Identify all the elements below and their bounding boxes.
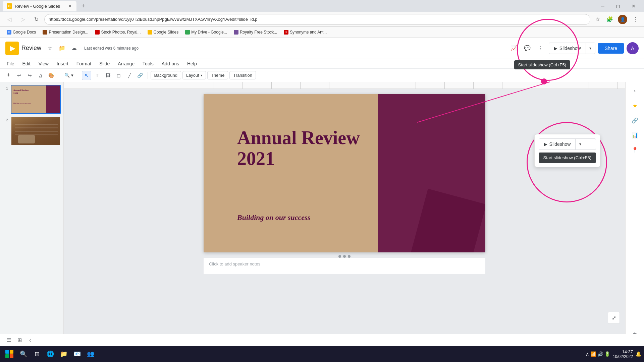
bookmark-star-button[interactable]: ☆ — [593, 15, 602, 24]
start-button[interactable] — [3, 347, 16, 361]
bookmark-synonyms[interactable]: S Synonyms and Ant... — [281, 29, 329, 35]
notification-icon[interactable]: 🔔 — [636, 351, 641, 357]
menu-format[interactable]: Format — [72, 59, 95, 68]
star-button[interactable]: ☆ — [45, 44, 55, 53]
expand-button[interactable]: ⤢ — [608, 312, 620, 324]
menu-insert[interactable]: Insert — [53, 59, 72, 68]
reload-button[interactable]: ↻ — [31, 14, 42, 25]
grid-view-button[interactable]: ⊞ — [15, 336, 24, 345]
clock-display[interactable]: 14:37 10/02/2022 — [613, 349, 633, 359]
menu-help[interactable]: Help — [183, 59, 201, 68]
filmstrip-view-button[interactable]: ☰ — [4, 336, 13, 345]
new-tab-button[interactable]: + — [78, 1, 89, 11]
cursor-tool[interactable]: ↖ — [82, 71, 91, 80]
back-button[interactable]: ◁ — [4, 14, 15, 25]
text-tool[interactable]: T — [93, 71, 102, 80]
undo-button[interactable]: ↩ — [14, 71, 24, 80]
redo-button[interactable]: ↪ — [25, 71, 35, 80]
slide-title-text[interactable]: Annual Review 2021 — [237, 128, 360, 169]
share-button[interactable]: Share — [598, 43, 624, 54]
right-panel-teal-icon[interactable]: 📊 — [629, 129, 641, 141]
active-tab[interactable]: G Review - Google Slides ✕ — [3, 1, 76, 11]
bookmark-royalty-free[interactable]: Royalty Free Stock... — [231, 29, 280, 35]
bookmark-presentation-design[interactable]: Presentation Design... — [40, 29, 91, 35]
menu-file[interactable]: File — [3, 59, 18, 68]
slide-preview-1[interactable]: Annual Review2021 Building on our succes… — [11, 85, 61, 114]
bookmark-google-docs-label: Google Docs — [13, 30, 36, 35]
bookmark-my-drive-label: My Drive - Google... — [191, 30, 227, 35]
tab-title: Review - Google Slides — [15, 4, 60, 9]
analytics-icon-button[interactable]: 📈 — [508, 43, 519, 54]
lines-tool[interactable]: ╱ — [125, 71, 134, 80]
menu-tools[interactable]: Tools — [139, 59, 158, 68]
image-tool[interactable]: 🖼 — [103, 71, 113, 80]
slideshow-main-button[interactable]: ▶ Slideshow — [549, 44, 586, 53]
zoom-button[interactable]: 🔍 ▾ — [62, 71, 76, 79]
taskbar-task-view[interactable]: ⊞ — [31, 348, 43, 360]
comment-icon-button[interactable]: 💬 — [522, 43, 533, 54]
layout-dropdown-icon: ▾ — [201, 73, 202, 77]
right-panel-location-icon[interactable]: 📍 — [629, 144, 641, 156]
tab-bar: G Review - Google Slides ✕ + — [3, 1, 592, 11]
tab-close-button[interactable]: ✕ — [67, 3, 72, 9]
cloud-button[interactable]: ☁ — [69, 44, 79, 53]
print-button[interactable]: 🖨 — [36, 71, 45, 80]
slide-thumb-2[interactable]: 2 — [3, 117, 61, 146]
network-icon[interactable]: 📶 — [590, 351, 596, 357]
slideshow-button-group: ▶ Slideshow ▾ — [549, 43, 595, 54]
background-button[interactable]: Background — [151, 71, 181, 79]
layout-button[interactable]: Layout ▾ — [182, 71, 206, 79]
more-icon-button[interactable]: ⋮ — [535, 43, 546, 54]
tray-up-icon[interactable]: ∧ — [586, 351, 589, 357]
task-view-icon: ⊞ — [35, 350, 40, 358]
slideshow-dropdown-button[interactable]: ▾ — [586, 43, 595, 54]
menu-arrange[interactable]: Arrange — [114, 59, 139, 68]
sound-icon[interactable]: 🔊 — [597, 351, 603, 357]
menu-slide[interactable]: Slide — [95, 59, 114, 68]
taskbar-edge-button[interactable]: 🌐 — [44, 348, 56, 360]
slide-preview-2[interactable] — [11, 117, 61, 146]
shapes-tool[interactable]: ◻ — [114, 71, 123, 80]
profile-button[interactable]: 👤 — [617, 14, 628, 25]
taskbar-search-button[interactable]: 🔍 — [17, 348, 30, 360]
url-text: https://docs.google.com/presentation/d/1… — [49, 17, 258, 22]
menu-addons[interactable]: Add-ons — [158, 59, 183, 68]
bookmark-google-slides[interactable]: Google Slides — [145, 29, 181, 35]
right-panel-blue-icon[interactable]: 🔗 — [629, 114, 641, 126]
theme-button[interactable]: Theme — [207, 71, 228, 79]
close-button[interactable]: ✕ — [626, 0, 641, 12]
address-bar[interactable]: https://docs.google.com/presentation/d/1… — [44, 14, 590, 25]
taskbar-file-explorer[interactable]: 📁 — [58, 348, 70, 360]
forward-button[interactable]: ▷ — [17, 14, 28, 25]
battery-icon[interactable]: 🔋 — [604, 351, 610, 357]
add-slide-button[interactable]: + — [4, 70, 13, 80]
slide-thumb-1[interactable]: 1 Annual Review2021 Building on our succ… — [3, 85, 61, 114]
speaker-notes-area[interactable]: Click to add speaker notes — [204, 258, 485, 274]
link-tool[interactable]: 🔗 — [136, 71, 145, 80]
more-options-button[interactable]: ⋮ — [631, 15, 640, 24]
collapse-panel-button[interactable]: ‹ — [25, 336, 35, 345]
maximize-button[interactable]: ◻ — [610, 0, 626, 12]
bookmark-stock-photos[interactable]: Stock Photos, Royal... — [92, 29, 143, 35]
transition-button[interactable]: Transition — [229, 71, 256, 79]
slideshow-play-icon: ▶ — [554, 46, 557, 51]
taskbar-mail-button[interactable]: 📧 — [71, 348, 83, 360]
extensions-button[interactable]: 🧩 — [605, 15, 614, 24]
slide-title-line1: Annual Review — [237, 128, 360, 148]
menu-edit[interactable]: Edit — [18, 59, 35, 68]
right-panel-yellow-icon[interactable]: ★ — [629, 100, 641, 112]
menu-view[interactable]: View — [35, 59, 53, 68]
right-panel: › ★ 🔗 📊 📍 + — [625, 82, 644, 342]
minimize-button[interactable]: ─ — [595, 0, 610, 12]
paint-format-button[interactable]: 🎨 — [47, 71, 56, 80]
user-avatar[interactable]: A — [627, 42, 639, 54]
address-bar-row: ◁ ▷ ↻ https://docs.google.com/presentati… — [0, 12, 644, 27]
bookmark-google-docs[interactable]: G Google Docs — [4, 29, 39, 35]
right-panel-chevron[interactable]: › — [629, 85, 641, 97]
slide-subtitle-text[interactable]: Building on our success — [237, 213, 310, 222]
bookmark-my-drive[interactable]: My Drive - Google... — [182, 29, 230, 35]
taskbar-teams-button[interactable]: 👥 — [85, 348, 97, 360]
nav-dot-2 — [343, 255, 346, 258]
folder-button[interactable]: 📁 — [57, 44, 67, 53]
slide-canvas[interactable]: Annual Review 2021 Building on our succe… — [204, 94, 485, 252]
